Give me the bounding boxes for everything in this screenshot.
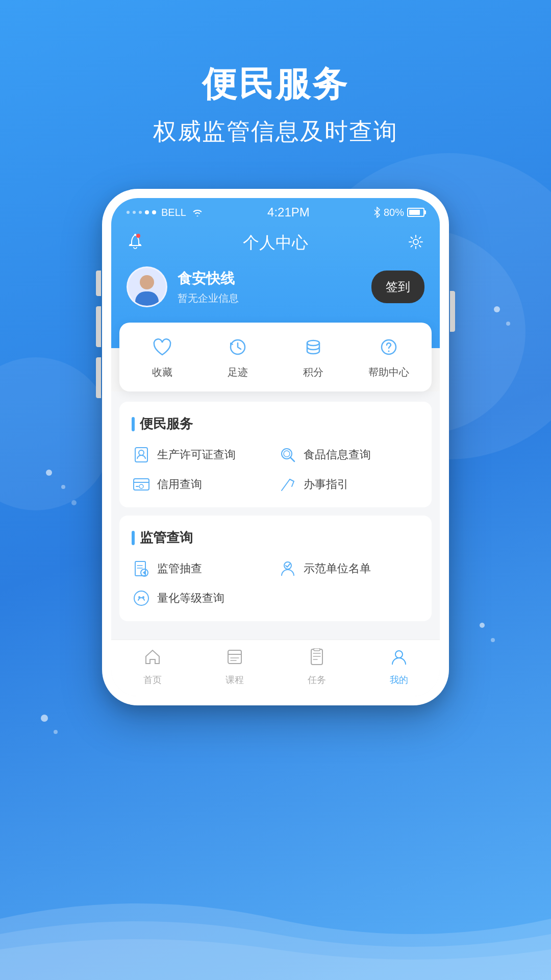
dot-6 [480, 623, 485, 628]
avatar [127, 266, 167, 307]
svg-point-16 [139, 484, 143, 488]
dot-9 [54, 730, 58, 734]
status-time: 4:21PM [267, 205, 310, 219]
credit-icon [132, 475, 151, 494]
section-title-supervision: 监管查询 [132, 529, 419, 547]
home-tab-label: 首页 [143, 674, 162, 686]
svg-point-10 [139, 450, 144, 455]
settings-gear-icon[interactable] [407, 233, 424, 253]
status-right: 80% [373, 207, 424, 218]
svg-line-12 [290, 457, 294, 461]
signal-dot-1 [127, 211, 130, 214]
notification-bell-icon[interactable] [127, 233, 144, 253]
signal-dot-3 [139, 211, 142, 214]
rating-icon [132, 589, 151, 608]
signal-dot-5 [152, 210, 156, 214]
menu-item-credit[interactable]: 信用查询 [132, 475, 273, 494]
avatar-figure [134, 275, 160, 306]
phone-screen: BELL 4:21PM 80% [111, 198, 440, 696]
credit-label: 信用查询 [157, 477, 202, 492]
tab-task[interactable]: 任务 [276, 648, 358, 686]
menu-item-food-search[interactable]: 食品信息查询 [278, 445, 419, 464]
section-card-convenience: 便民服务 生产许可证查询 [119, 402, 432, 507]
carrier-label: BELL [161, 207, 186, 218]
battery-percent: 80% [384, 207, 404, 218]
section-card-supervision: 监管查询 [119, 516, 432, 621]
checkin-button[interactable]: 签到 [371, 271, 424, 303]
supervision-menu-grid: 监管抽查 示范单位名单 [132, 559, 419, 608]
guide-label: 办事指引 [304, 477, 348, 492]
section-title-bar-1 [132, 417, 135, 431]
menu-item-license[interactable]: 生产许可证查询 [132, 445, 273, 464]
convenience-menu-grid: 生产许可证查询 食品信息查询 [132, 445, 419, 494]
wave-decoration [0, 878, 551, 980]
svg-rect-33 [311, 649, 322, 665]
svg-line-18 [282, 479, 290, 491]
course-tab-label: 课程 [226, 674, 244, 686]
bluetooth-icon [373, 207, 381, 218]
tab-home[interactable]: 首页 [111, 648, 193, 686]
heading-line1: 便民服务 [0, 61, 551, 108]
signal-dot-2 [133, 211, 136, 214]
inspect-icon [132, 559, 151, 578]
svg-rect-37 [314, 648, 320, 651]
dot-3 [71, 500, 77, 505]
exemplary-label: 示范单位名单 [304, 561, 371, 576]
rating-label: 量化等级查询 [157, 591, 224, 606]
svg-point-27 [138, 596, 140, 598]
vol-up-button [96, 306, 101, 347]
tab-course[interactable]: 课程 [193, 648, 276, 686]
phone-mockup: BELL 4:21PM 80% [102, 189, 449, 705]
license-label: 生产许可证查询 [157, 447, 236, 462]
quick-action-history[interactable]: 足迹 [200, 335, 276, 379]
user-name: 食安快线 [178, 269, 361, 288]
section-title-bar-2 [132, 531, 135, 545]
svg-rect-29 [228, 650, 241, 664]
phone-frame: BELL 4:21PM 80% [102, 189, 449, 705]
quick-action-favorites[interactable]: 收藏 [124, 335, 200, 379]
dot-5 [506, 322, 510, 326]
avatar-body [135, 291, 159, 307]
menu-item-exemplary[interactable]: 示范单位名单 [278, 559, 419, 578]
home-icon [144, 648, 161, 670]
svg-point-13 [284, 451, 290, 457]
tab-mine[interactable]: 我的 [358, 648, 440, 686]
svg-point-2 [134, 234, 136, 236]
dot-2 [61, 485, 65, 489]
section-title-convenience: 便民服务 [132, 415, 419, 433]
menu-item-inspect[interactable]: 监管抽查 [132, 559, 273, 578]
dot-1 [46, 470, 52, 476]
menu-item-guide[interactable]: 办事指引 [278, 475, 419, 494]
quick-action-points[interactable]: 积分 [276, 335, 351, 379]
svg-point-38 [395, 651, 403, 658]
history-label: 足迹 [228, 365, 248, 379]
dot-7 [491, 638, 495, 642]
status-bar: BELL 4:21PM 80% [111, 198, 440, 224]
battery-fill [409, 210, 420, 215]
inspect-label: 监管抽查 [157, 561, 202, 576]
svg-point-3 [136, 234, 140, 238]
food-search-label: 食品信息查询 [304, 447, 371, 462]
exemplary-icon [278, 559, 297, 578]
svg-point-6 [307, 340, 319, 346]
silent-button [96, 271, 101, 296]
dot-8 [41, 715, 48, 722]
coins-icon [301, 335, 325, 359]
help-label: 帮助中心 [368, 365, 409, 379]
wifi-icon [191, 207, 204, 217]
license-icon [132, 445, 151, 464]
tab-bar: 首页 课程 [111, 640, 440, 696]
favorites-label: 收藏 [152, 365, 172, 379]
power-button [450, 291, 455, 332]
quick-actions-card: 收藏 足迹 [119, 323, 432, 391]
svg-point-4 [413, 239, 418, 244]
menu-item-rating[interactable]: 量化等级查询 [132, 589, 273, 608]
app-header-top: 个人中心 [127, 232, 424, 254]
history-icon [226, 335, 250, 359]
quick-action-help[interactable]: 帮助中心 [351, 335, 427, 379]
avatar-head [140, 275, 154, 289]
food-search-icon [278, 445, 297, 464]
task-icon [308, 648, 325, 670]
svg-point-28 [142, 596, 144, 598]
page-heading: 便民服务 权威监管信息及时查询 [0, 0, 551, 148]
